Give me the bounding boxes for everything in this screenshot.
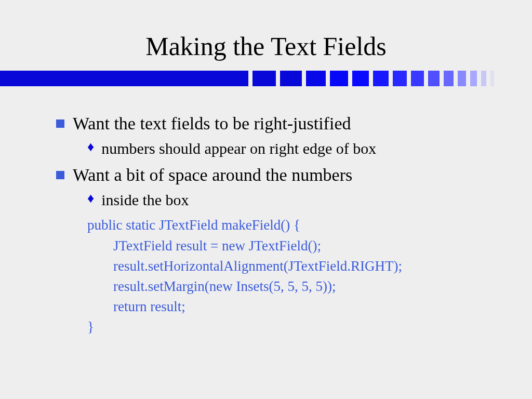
- square-bullet-icon: [56, 171, 64, 179]
- sub-bullet-1: ♦ numbers should appear on right edge of…: [87, 138, 501, 158]
- bar-square-icon: [280, 71, 302, 86]
- bar-square-icon: [393, 71, 407, 86]
- code-line: JTextField result = new JTextField();: [113, 236, 501, 256]
- bar-square-icon: [330, 71, 348, 86]
- slide: Making the Text Fields Want the text fie…: [0, 0, 532, 399]
- slide-title: Making the Text Fields: [0, 0, 532, 71]
- code-line: result.setHorizontalAlignment(JTextField…: [113, 256, 501, 276]
- bar-square-icon: [411, 71, 424, 86]
- content-area: Want the text fields to be right-justifi…: [0, 86, 532, 337]
- square-bullet-icon: [56, 119, 64, 128]
- decorative-bar: [0, 71, 532, 86]
- code-block: public static JTextField makeField() { J…: [87, 215, 501, 337]
- bullet-text: Want a bit of space around the numbers: [73, 164, 352, 187]
- diamond-bullet-icon: ♦: [87, 191, 94, 206]
- bar-square-icon: [470, 71, 477, 86]
- bar-square-icon: [252, 71, 276, 86]
- bullet-text: Want the text fields to be right-justifi…: [73, 112, 351, 135]
- bullet-1: Want the text fields to be right-justifi…: [56, 112, 501, 135]
- bar-square-icon: [458, 71, 466, 86]
- sub-bullet-text: inside the box: [101, 190, 189, 210]
- code-line: result.setMargin(new Insets(5, 5, 5, 5))…: [113, 276, 501, 297]
- diamond-bullet-icon: ♦: [87, 139, 94, 155]
- bar-square-icon: [306, 71, 326, 86]
- bar-square-icon: [373, 71, 389, 86]
- bar-squares: [252, 71, 494, 86]
- code-line: return result;: [113, 297, 501, 317]
- bar-square-icon: [481, 71, 486, 86]
- code-line: }: [87, 317, 501, 337]
- bar-solid: [0, 71, 248, 86]
- bar-square-icon: [428, 71, 440, 86]
- bullet-2: Want a bit of space around the numbers: [56, 164, 501, 187]
- sub-bullet-text: numbers should appear on right edge of b…: [101, 138, 376, 158]
- code-line: public static JTextField makeField() {: [87, 215, 501, 235]
- bar-square-icon: [490, 71, 494, 86]
- bar-square-icon: [352, 71, 369, 86]
- bar-square-icon: [444, 71, 454, 86]
- sub-bullet-2: ♦ inside the box: [87, 190, 501, 210]
